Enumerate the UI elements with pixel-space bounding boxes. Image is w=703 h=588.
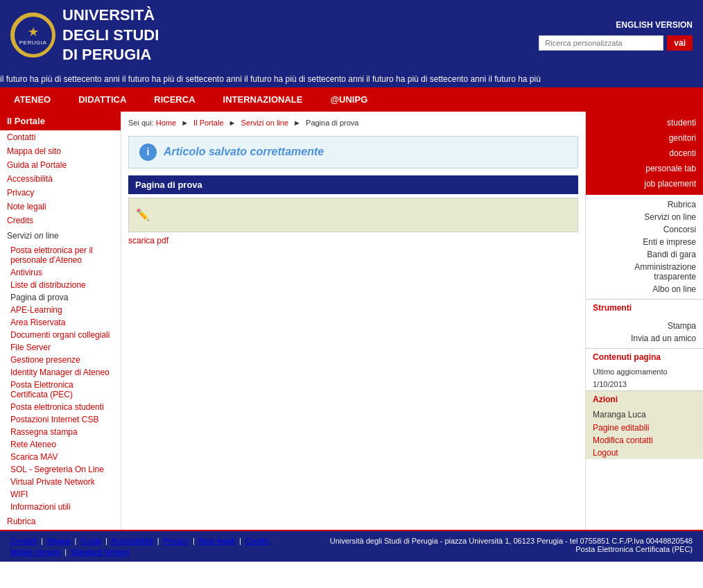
- right-action-modifica[interactable]: Modifica contatti: [586, 434, 703, 447]
- sidebar-sub-wifi[interactable]: WIFI: [0, 488, 121, 501]
- sidebar-link-accessibilita[interactable]: Accessibilità: [0, 172, 121, 186]
- search-bar: vai: [539, 35, 693, 51]
- right-nav-genitori[interactable]: genitori: [586, 130, 703, 146]
- sidebar-sub-scarica-mav[interactable]: Scarica MAV: [0, 451, 121, 463]
- sidebar-sub-ape[interactable]: APE-Learning: [0, 304, 121, 316]
- footer-link-privacy[interactable]: Privacy: [164, 537, 189, 545]
- search-button[interactable]: vai: [667, 35, 693, 51]
- sidebar-sub-fileserver[interactable]: File Server: [0, 341, 121, 354]
- sidebar-sub-postazioni[interactable]: Postazioni Internet CSB: [0, 413, 121, 426]
- nav-ricerca[interactable]: RICERCA: [140, 87, 209, 112]
- sidebar-sub-area-riservata[interactable]: Area Riservata: [0, 316, 121, 329]
- right-actions-title: Azioni: [586, 390, 703, 408]
- right-nav-docenti[interactable]: docenti: [586, 146, 703, 161]
- sidebar-sub-sol[interactable]: SOL - Segreteria On Line: [0, 463, 121, 476]
- right-link-concorsi[interactable]: Concorsi: [586, 223, 703, 236]
- sidebar-sub-pec[interactable]: Posta Elettronica Certificata (PEC): [0, 379, 121, 401]
- marquee-bar: il futuro ha più di settecento anni il f…: [0, 71, 703, 87]
- sidebar-sub-identity[interactable]: Identity Manager di Ateneo: [0, 366, 121, 379]
- right-content-title: Contenuti pagina: [586, 348, 703, 365]
- right-action-pagine[interactable]: Pagine editabili: [586, 422, 703, 434]
- right-link-rubrica[interactable]: Rubrica: [586, 198, 703, 211]
- breadcrumb-current: Pagina di prova: [306, 119, 358, 127]
- content-box: ✏️: [128, 198, 578, 232]
- sidebar-sub-posta-personale[interactable]: Posta elettronica per il personale d'Ate…: [0, 244, 121, 266]
- download-pdf-link[interactable]: scarica pdf: [128, 232, 578, 249]
- footer-address: Università degli Studi di Perugia - piaz…: [330, 537, 693, 545]
- sidebar-link-privacy[interactable]: Privacy: [0, 186, 121, 200]
- breadcrumb-home[interactable]: Home: [156, 119, 176, 127]
- nav-unipg[interactable]: @UNIPG: [316, 87, 381, 112]
- header-right: ENGLISH VERSION vai: [539, 20, 693, 51]
- main-layout: Il Portale Contatti Mappa del sito Guida…: [0, 112, 703, 530]
- sidebar-services-title: Servizi on line: [0, 227, 121, 244]
- footer-link-credits[interactable]: Credits: [245, 537, 270, 545]
- breadcrumb-label: Sei qui:: [128, 119, 156, 127]
- footer-mobile-version[interactable]: Mobile Version: [10, 548, 60, 556]
- right-nav-studenti[interactable]: studenti: [586, 115, 703, 130]
- logo-star-icon: ★: [28, 24, 39, 40]
- nav-didattica[interactable]: DIDATTICA: [64, 87, 140, 112]
- breadcrumb-portale[interactable]: Il Portale: [193, 119, 223, 127]
- footer-link-mappa[interactable]: Mappa: [47, 537, 71, 545]
- right-tools-links: Stampa Invia ad un amico: [586, 316, 703, 348]
- english-version-link[interactable]: ENGLISH VERSION: [616, 20, 693, 30]
- right-sidebar: studenti genitori docenti personale tab …: [585, 112, 703, 530]
- right-link-enti[interactable]: Enti e imprese: [586, 236, 703, 248]
- sidebar-link-credits[interactable]: Credits: [0, 214, 121, 227]
- sidebar-sub-rete[interactable]: Rete Ateneo: [0, 438, 121, 451]
- sidebar-sub-info[interactable]: Informazioni utili: [0, 501, 121, 513]
- footer-left: Contatti | Mappa | Guida | Accessibilità…: [10, 537, 270, 556]
- sidebar-link-mappa[interactable]: Mappa del sito: [0, 144, 121, 158]
- footer-standard-version[interactable]: Standard Version: [71, 548, 129, 556]
- nav-internazionale[interactable]: INTERNAZIONALE: [209, 87, 317, 112]
- right-tool-invia[interactable]: Invia ad un amico: [586, 332, 703, 345]
- marquee-text: il futuro ha più di settecento anni il f…: [0, 74, 541, 84]
- search-input[interactable]: [539, 35, 663, 51]
- sidebar-sub-documenti[interactable]: Documenti organi collegiali: [0, 329, 121, 341]
- breadcrumb: Sei qui: Home ► Il Portale ► Servizi on …: [128, 115, 578, 130]
- sidebar-sub-pagina-prova[interactable]: Pagina di prova: [0, 291, 121, 304]
- university-logo: ★ PERUGIA: [10, 12, 55, 58]
- info-icon: i: [139, 144, 157, 161]
- footer-link-notelegali[interactable]: Note legali: [199, 537, 235, 545]
- sidebar-section-title: Il Portale: [0, 112, 121, 130]
- page-title: Pagina di prova: [128, 175, 578, 194]
- right-action-logout[interactable]: Logout: [586, 447, 703, 459]
- footer-link-accessibilita[interactable]: Accessibilità: [111, 537, 153, 545]
- header-logo: ★ PERUGIA UNIVERSITÀDEGLI STUDIDI PERUGI…: [10, 6, 159, 65]
- sidebar-sub-antivirus[interactable]: Antivirus: [0, 266, 121, 279]
- right-last-update-label: Ultimo aggiornamento: [586, 365, 703, 378]
- left-sidebar: Il Portale Contatti Mappa del sito Guida…: [0, 112, 121, 530]
- right-link-albo[interactable]: Albo on line: [586, 283, 703, 295]
- footer-right: Università degli Studi di Perugia - piaz…: [330, 537, 693, 553]
- breadcrumb-servizi[interactable]: Servizi on line: [241, 119, 288, 127]
- right-link-bandi[interactable]: Bandi di gara: [586, 248, 703, 261]
- right-nav-job[interactable]: job placement: [586, 176, 703, 191]
- sidebar-sub-gestione[interactable]: Gestione presenze: [0, 354, 121, 366]
- edit-icon: ✏️: [136, 208, 150, 221]
- university-name: UNIVERSITÀDEGLI STUDIDI PERUGIA: [62, 6, 159, 65]
- sidebar-link-guida[interactable]: Guida al Portale: [0, 158, 121, 172]
- right-last-update-value: 1/10/2013: [586, 378, 703, 390]
- footer-link-contatti[interactable]: Contatti: [10, 537, 37, 545]
- right-user-name: Maranga Luca: [586, 408, 703, 422]
- sidebar-sub-vpn[interactable]: Virtual Private Network: [0, 476, 121, 488]
- sidebar-rubrica[interactable]: Rubrica: [0, 513, 121, 530]
- right-nav-personale[interactable]: personale tab: [586, 161, 703, 176]
- sidebar-sub-posta-studenti[interactable]: Posta elettronica studenti: [0, 401, 121, 413]
- right-tool-stampa[interactable]: Stampa: [586, 320, 703, 332]
- success-text: Articolo salvato correttamente: [164, 146, 324, 158]
- nav-ateneo[interactable]: ATENEO: [0, 87, 64, 112]
- right-link-amm[interactable]: Amministrazione trasparente: [586, 261, 703, 283]
- sidebar-sub-liste[interactable]: Liste di distribuzione: [0, 279, 121, 291]
- sidebar-sub-rassegna[interactable]: Rassegna stampa: [0, 426, 121, 438]
- footer: Contatti | Mappa | Guida | Accessibilità…: [0, 530, 703, 562]
- sidebar-link-contatti[interactable]: Contatti: [0, 130, 121, 144]
- right-link-servizi[interactable]: Servizi on line: [586, 211, 703, 223]
- content-area: Sei qui: Home ► Il Portale ► Servizi on …: [121, 112, 585, 530]
- success-message: i Articolo salvato correttamente: [128, 136, 578, 168]
- main-nav: ATENEO DIDATTICA RICERCA INTERNAZIONALE …: [0, 87, 703, 112]
- footer-link-guida[interactable]: Guida: [81, 537, 101, 545]
- sidebar-link-notelegali[interactable]: Note legali: [0, 200, 121, 214]
